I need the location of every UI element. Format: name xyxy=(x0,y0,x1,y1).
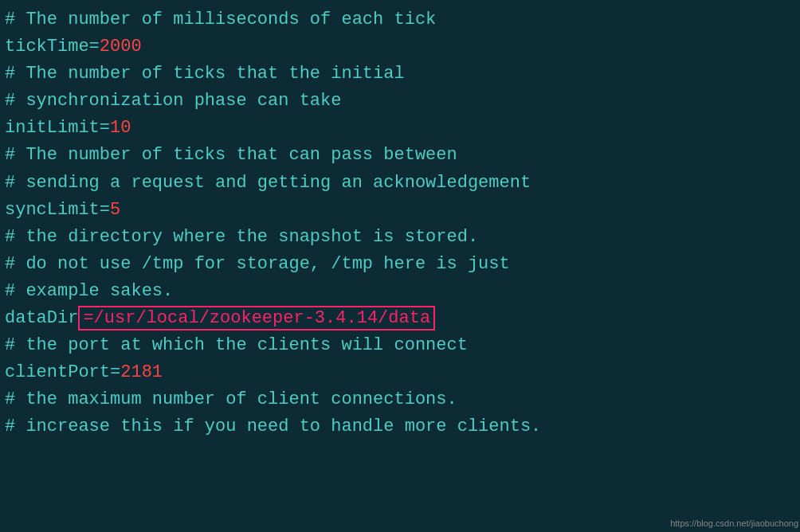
val-synclimit: 5 xyxy=(110,200,120,220)
val-clientport: 2181 xyxy=(120,362,163,382)
line-1: # The number of milliseconds of each tic… xyxy=(5,6,795,33)
line-15: # the maximum number of client connectio… xyxy=(5,386,795,413)
line-14: clientPort=2181 xyxy=(5,359,795,386)
key-clientport: clientPort= xyxy=(5,362,120,382)
line-6: # The number of ticks that can pass betw… xyxy=(5,142,795,169)
line-7: # sending a request and getting an ackno… xyxy=(5,170,795,197)
line-8: syncLimit=5 xyxy=(5,197,795,224)
val-datadir-highlight: =/usr/local/zookeeper-3.4.14/data xyxy=(78,306,435,331)
key-ticktime: tickTime= xyxy=(5,37,100,57)
code-viewer: # The number of milliseconds of each tic… xyxy=(5,6,795,526)
key-initlimit: initLimit= xyxy=(5,118,110,138)
key-datadir: dataDir xyxy=(5,308,78,328)
line-10: # do not use /tmp for storage, /tmp here… xyxy=(5,251,795,278)
line-16: # increase this if you need to handle mo… xyxy=(5,413,795,440)
line-4: # synchronization phase can take xyxy=(5,88,795,115)
val-ticktime: 2000 xyxy=(100,37,142,57)
watermark-url: https://blog.csdn.net/jiaobuchong xyxy=(670,517,798,530)
line-11: # example sakes. xyxy=(5,278,795,305)
line-5: initLimit=10 xyxy=(5,115,795,142)
line-12: dataDir=/usr/local/zookeeper-3.4.14/data xyxy=(5,305,795,332)
line-13: # the port at which the clients will con… xyxy=(5,332,795,359)
line-9: # the directory where the snapshot is st… xyxy=(5,224,795,251)
line-2: tickTime=2000 xyxy=(5,33,795,61)
key-synclimit: syncLimit= xyxy=(5,200,110,220)
val-initlimit: 10 xyxy=(110,118,131,138)
line-3: # The number of ticks that the initial xyxy=(5,61,795,88)
